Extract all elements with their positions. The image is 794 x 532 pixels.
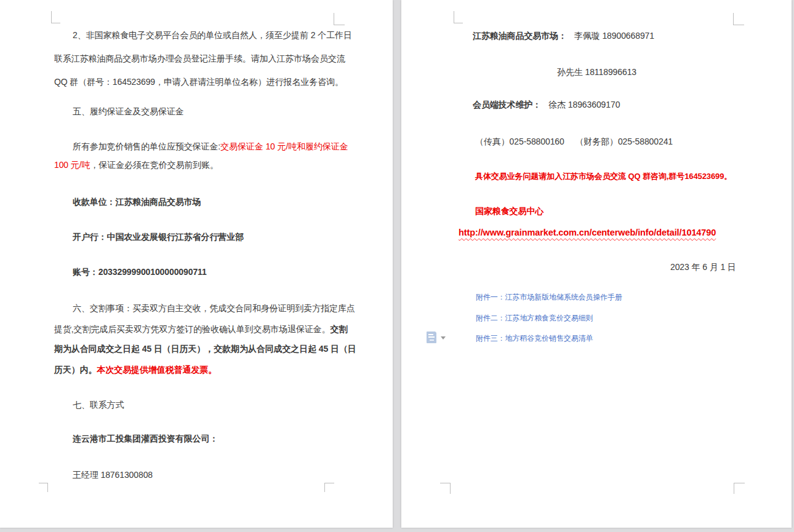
company-line: 连云港市工投集团灌西投资有限公司：: [73, 432, 218, 445]
text-boundary-mark: [454, 11, 463, 23]
receiver-line: 收款单位：江苏粮油商品交易市场: [73, 196, 201, 208]
period-text: 历天）内。: [54, 365, 97, 375]
tech-label: 会员端技术维护：: [473, 100, 541, 109]
tech-contact: 徐杰 18963609170: [548, 100, 620, 109]
fax-finance-line: （传真）025-58800160 （财务部）025-58800241: [475, 135, 673, 148]
text-boundary-mark: [39, 483, 48, 492]
text-boundary-mark: [733, 13, 744, 25]
detail-url-line: http://www.grainmarket.com.cn/centerweb/…: [459, 226, 716, 239]
section-5-heading: 五、履约保证金及交易保证金: [73, 105, 184, 117]
section-7-heading: 七、联系方式: [73, 399, 124, 411]
document-page-1: 2、非国家粮食电子交易平台会员的单位或自然人，须至少提前 2 个工作日 联系江苏…: [0, 0, 393, 528]
manager-contact-line: 王经理 18761300808: [73, 469, 153, 481]
paragraph-2-line-1: 2、非国家粮食电子交易平台会员的单位或自然人，须至少提前 2 个工作日: [73, 29, 352, 41]
attachment-1-link[interactable]: 附件一：江苏市场新版地储系统会员操作手册: [476, 292, 622, 302]
dropdown-arrow-icon: [441, 336, 446, 339]
invoice-notice-text: 本次交易提供增值税普通发票。: [97, 365, 217, 375]
section-6-line-3: 期为从合同成交之日起 45 日（日历天），交款期为从合同成交之日起 45 日（日: [54, 343, 356, 355]
deposit-amount-text: 交易保证金 10 元/吨和履约保证金: [220, 141, 348, 151]
qq-notice-line: 具体交易业务问题请加入江苏市场会员交流 QQ 群咨询,群号164523699。: [475, 170, 732, 183]
paragraph-2-line-3: QQ 群（群号：164523699，申请入群请注明单位名称）进行报名业务咨询。: [54, 76, 343, 88]
market-contact: 李佩璇 18900668971: [574, 31, 654, 41]
text-boundary-mark: [440, 483, 451, 494]
section-6-line-1: 六、交割事项：买卖双方自主交收，凭成交合同和身份证明到卖方指定库点: [73, 302, 355, 314]
attachment-3-link[interactable]: 附件三：地方稻谷竞价销售交易清单: [476, 333, 593, 343]
delivery-bold-text: 交割: [331, 324, 348, 334]
bank-line: 开户行：中国农业发展银行江苏省分行营业部: [73, 231, 244, 243]
text-boundary-mark: [334, 13, 345, 25]
attachment-2-link[interactable]: 附件二：江苏地方粮食竞价交易细则: [476, 313, 593, 323]
text-boundary-mark: [51, 11, 60, 23]
paste-options-button[interactable]: [425, 331, 449, 344]
section-6-line-2: 提货,交割完成后买卖双方凭双方签订的验收确认单到交易市场退保证金。交割: [54, 323, 347, 335]
document-viewport: 2、非国家粮食电子交易平台会员的单位或自然人，须至少提前 2 个工作日 联系江苏…: [0, 0, 794, 532]
market-label: 江苏粮油商品交易市场：: [473, 31, 567, 41]
market-contact-line: 江苏粮油商品交易市场：李佩璇 18900668971: [473, 30, 654, 42]
document-date: 2023 年 6 月 1 日: [670, 261, 736, 273]
paragraph-2-line-2: 联系江苏粮油商品交易市场办理会员登记注册手续。请加入江苏市场会员交流: [54, 52, 345, 65]
delivery-text: 提货,交割完成后买卖双方凭双方签订的验收确认单到交易市场退保证金。: [54, 324, 331, 334]
deposit-text: 所有参加竞价销售的单位应预交保证金:: [73, 141, 220, 151]
grain-center-line: 国家粮食交易中心: [475, 205, 543, 217]
account-line: 账号：20332999900100000090711: [73, 266, 207, 278]
text-boundary-mark: [734, 483, 745, 494]
deposit-line-1: 所有参加竞价销售的单位应预交保证金:交易保证金 10 元/吨和履约保证金: [73, 140, 348, 153]
document-page-2: 江苏粮油商品交易市场：李佩璇 18900668971 孙先生 181189966…: [401, 0, 792, 528]
text-boundary-mark: [324, 483, 334, 492]
paste-options-icon: [427, 332, 436, 343]
contact-2-line: 孙先生 18118996613: [557, 66, 636, 78]
deposit-note-text: ，保证金必须在竞价交易前到账。: [90, 160, 219, 170]
tech-support-line: 会员端技术维护：徐杰 18963609170: [473, 98, 620, 111]
deposit-line-2: 100 元/吨，保证金必须在竞价交易前到账。: [54, 159, 219, 171]
detail-url-link[interactable]: http://www.grainmarket.com.cn/centerweb/…: [459, 228, 716, 237]
section-6-line-4: 历天）内。本次交易提供增值税普通发票。: [54, 363, 217, 376]
deposit-amount-text-2: 100 元/吨: [54, 160, 90, 170]
